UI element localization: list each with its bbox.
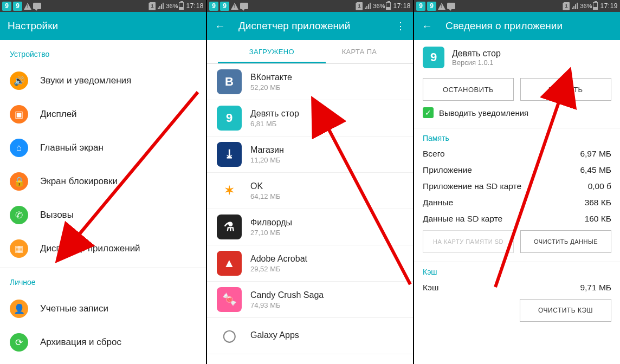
row-app-sd: Приложение на SD карте0,00 б xyxy=(414,178,620,194)
section-header-device: Устройство xyxy=(0,40,206,64)
settings-screen: 9 9 1 36% 17:18 Настройки Устройство 🔊 З… xyxy=(0,0,206,364)
app-icon: ⤓ xyxy=(217,142,242,167)
appinfo-screen: 9 9 1 36% 17:19 ← Сведения о приложении … xyxy=(414,0,620,364)
app-row[interactable]: ⤓Магазин11,20 МБ xyxy=(207,136,413,173)
section-header-personal: Личное xyxy=(0,268,206,292)
back-button[interactable]: ← xyxy=(215,20,225,32)
user-icon: 👤 xyxy=(10,300,28,318)
app-info-content[interactable]: 9 Девять стор Версия 1.0.1 ОСТАНОВИТЬ УД… xyxy=(414,40,620,364)
app-icon: 9 xyxy=(423,47,444,68)
setting-label: Диспетчер приложений xyxy=(40,243,140,254)
signal-icon xyxy=(158,3,164,9)
settings-list[interactable]: Устройство 🔊 Звуки и уведомления ▣ Диспл… xyxy=(0,40,206,364)
notifications-toggle[interactable]: ✓ Выводить уведомления xyxy=(414,107,620,126)
app-size: 52,20 МБ xyxy=(250,83,292,92)
signal-icon xyxy=(572,3,578,9)
notif-icon: 9 xyxy=(13,2,22,11)
warning-icon xyxy=(24,3,31,10)
status-bar: 9 9 1 36% 17:18 xyxy=(0,0,206,12)
app-icon: ⚗ xyxy=(217,214,242,239)
app-size: 11,20 МБ xyxy=(250,156,284,164)
app-name: Candy Crush Saga xyxy=(250,290,324,300)
battery-indicator: 36% xyxy=(373,2,391,10)
sim-icon: 1 xyxy=(356,2,363,10)
back-button[interactable]: ← xyxy=(422,20,432,32)
app-row[interactable]: ✶OK64,12 МБ xyxy=(207,173,413,209)
battery-icon xyxy=(386,2,391,10)
setting-label: Звуки и уведомления xyxy=(40,75,131,86)
clock: 17:18 xyxy=(186,2,204,10)
checkbox-checked-icon: ✓ xyxy=(423,107,434,118)
settings-item-appmgr[interactable]: ▦ Диспетчер приложений xyxy=(0,232,206,265)
row-cache: Кэш9,71 МБ xyxy=(414,280,620,296)
overflow-menu-button[interactable]: ⋮ xyxy=(396,20,405,32)
page-title: Сведения о приложении xyxy=(445,20,563,32)
move-sd-button[interactable]: НА КАРТУ ПАМЯТИ SD xyxy=(423,230,514,253)
settings-item-sound[interactable]: 🔊 Звуки и уведомления xyxy=(0,64,206,98)
app-list[interactable]: BВКонтакте52,20 МБ9Девять стор6,81 МБ⤓Ма… xyxy=(207,64,413,364)
app-icon: ✶ xyxy=(217,178,242,203)
settings-item-lockscreen[interactable]: 🔒 Экран блокировки xyxy=(0,165,206,198)
clear-cache-button[interactable]: ОЧИСТИТЬ КЭШ xyxy=(520,299,611,322)
app-header: 9 Девять стор Версия 1.0.1 xyxy=(414,40,620,75)
app-icon: ◯ xyxy=(217,323,242,348)
app-icon: ▲ xyxy=(217,251,242,276)
app-icon: B xyxy=(217,69,242,94)
home-icon: ⌂ xyxy=(10,139,28,157)
app-size: 64,12 МБ xyxy=(250,192,281,200)
app-size: 29,52 МБ xyxy=(250,265,307,273)
app-name: Филворды xyxy=(250,218,292,227)
sim-icon: 1 xyxy=(148,2,156,10)
app-name: OK xyxy=(250,181,281,191)
sim-icon: 1 xyxy=(563,2,570,10)
stop-button[interactable]: ОСТАНОВИТЬ xyxy=(423,78,514,101)
page-title: Настройки xyxy=(8,20,58,32)
setting-label: Дисплей xyxy=(40,109,77,120)
message-icon xyxy=(240,3,248,9)
setting-label: Главный экран xyxy=(40,142,104,153)
settings-item-accounts[interactable]: 👤 Учетные записи xyxy=(0,292,206,326)
phone-icon: ✆ xyxy=(10,206,28,224)
app-row[interactable]: BВКонтакте52,20 МБ xyxy=(207,64,413,100)
app-row[interactable]: 9Девять стор6,81 МБ xyxy=(207,100,413,136)
app-name: ВКонтакте xyxy=(250,73,292,82)
app-row[interactable]: ▲Adobe Acrobat29,52 МБ xyxy=(207,245,413,282)
uninstall-button[interactable]: УДАЛИТЬ xyxy=(520,78,611,101)
notif-icon: 9 xyxy=(416,2,425,11)
settings-item-display[interactable]: ▣ Дисплей xyxy=(0,98,206,131)
app-row[interactable]: 🍬Candy Crush Saga74,93 МБ xyxy=(207,282,413,318)
app-version: Версия 1.0.1 xyxy=(452,58,501,67)
settings-item-homescreen[interactable]: ⌂ Главный экран xyxy=(0,131,206,165)
settings-item-backup[interactable]: ⟳ Архивация и сброс xyxy=(0,326,206,359)
app-row[interactable]: ◯Galaxy Apps xyxy=(207,318,413,354)
status-bar: 9 9 1 36% 17:19 xyxy=(414,0,620,12)
message-icon xyxy=(33,3,41,9)
battery-indicator: 36% xyxy=(166,2,184,10)
notifications-label: Выводить уведомления xyxy=(439,108,528,118)
display-icon: ▣ xyxy=(10,105,28,123)
action-bar: ← Сведения о приложении xyxy=(414,12,620,40)
app-name: Galaxy Apps xyxy=(250,330,299,340)
notif-icon: 9 xyxy=(220,2,229,11)
status-bar: 9 9 1 36% 17:18 xyxy=(207,0,413,12)
lock-icon: 🔒 xyxy=(10,172,28,191)
tab-downloaded[interactable]: ЗАГРУЖЕНО xyxy=(207,40,337,63)
app-size: 6,81 МБ xyxy=(250,120,299,128)
app-size: 74,93 МБ xyxy=(250,301,324,309)
appmanager-screen: 9 9 1 36% 17:18 ← Диспетчер приложений ⋮… xyxy=(207,0,413,364)
row-data: Данные368 КБ xyxy=(414,194,620,211)
clear-data-button[interactable]: ОЧИСТИТЬ ДАННЫЕ xyxy=(520,230,611,253)
notif-icon: 9 xyxy=(209,2,218,11)
tab-sdcard[interactable]: КАРТА ПА xyxy=(337,40,413,63)
setting-label: Учетные записи xyxy=(40,303,108,314)
action-bar: ← Диспетчер приложений ⋮ xyxy=(207,12,413,40)
clock: 17:19 xyxy=(600,2,618,10)
setting-label: Архивация и сброс xyxy=(40,337,121,348)
setting-label: Вызовы xyxy=(40,210,74,220)
warning-icon xyxy=(438,3,445,10)
settings-item-calls[interactable]: ✆ Вызовы xyxy=(0,198,206,232)
app-name: Магазин xyxy=(250,145,284,155)
app-row[interactable]: ⚗Филворды27,10 МБ xyxy=(207,209,413,245)
row-app: Приложение6,45 МБ xyxy=(414,162,620,178)
app-icon: 9 xyxy=(217,106,242,131)
